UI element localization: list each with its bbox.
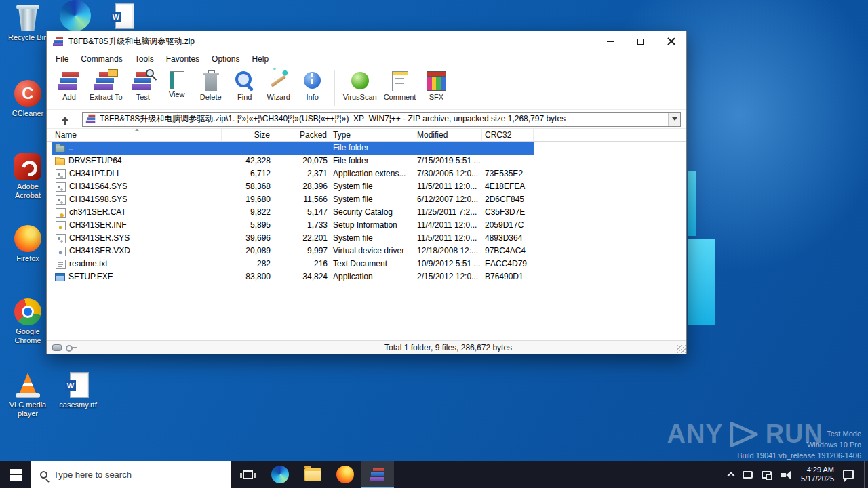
winrar-app-icon xyxy=(53,37,64,47)
tray-overflow-chevron-icon[interactable] xyxy=(727,472,734,479)
add-icon xyxy=(57,69,81,92)
file-row[interactable]: readme.txt282216Text Document10/9/2012 5… xyxy=(52,258,534,270)
inf-icon xyxy=(56,221,66,230)
file-row[interactable]: ..File folder xyxy=(52,142,534,155)
column-header-packed[interactable]: Packed xyxy=(273,129,330,141)
network-tray-icon[interactable] xyxy=(762,471,772,479)
toolbar-virusscan-button[interactable]: VirusScan xyxy=(340,68,380,101)
task-view-button[interactable] xyxy=(231,461,264,488)
menu-item-label: Options xyxy=(212,54,239,64)
file-row[interactable]: ch341SER.CAT9,8225,147Security Catalog11… xyxy=(52,206,534,219)
address-dropdown-button[interactable] xyxy=(668,113,680,126)
column-header-crc32[interactable]: CRC32 xyxy=(482,129,534,141)
show-desktop-button[interactable] xyxy=(864,461,868,488)
file-type: Application xyxy=(330,270,414,283)
desktop-icon-vlc-media-player[interactable]: VLC media player xyxy=(5,371,50,418)
toolbar-wizard-button[interactable]: Wizard xyxy=(262,68,296,101)
taskbar-clock[interactable]: 4:29 AM 5/17/2025 xyxy=(801,466,834,483)
file-packed xyxy=(273,142,330,155)
desktop-icon-adobe-acrobat[interactable]: Adobe Acrobat xyxy=(5,153,50,200)
desktop-icon-edge[interactable] xyxy=(60,0,91,31)
file-name: CH341SER.VXD xyxy=(69,245,130,258)
close-button[interactable] xyxy=(656,31,686,52)
toolbar: AddExtract ToTestViewDeleteFindWizardInf… xyxy=(47,66,686,110)
file-row[interactable]: CH341SER.SYS39,69622,201System file11/5/… xyxy=(52,232,534,245)
desktop-icon-ccleaner[interactable]: CCleaner xyxy=(5,80,50,118)
up-one-level-button[interactable] xyxy=(56,112,74,127)
wizard-icon xyxy=(267,69,291,92)
minimize-button[interactable] xyxy=(595,31,625,52)
toolbar-comment-button[interactable]: Comment xyxy=(380,68,420,101)
menu-item-help[interactable]: Help xyxy=(245,52,275,66)
volume-tray-icon[interactable] xyxy=(781,470,792,479)
column-header-size[interactable]: Size xyxy=(222,129,273,141)
toolbar-delete-button[interactable]: Delete xyxy=(194,68,228,101)
title-bar[interactable]: T8FB&T8S升级和电脑调参驱动.zip xyxy=(47,31,686,52)
maximize-button[interactable] xyxy=(625,31,656,52)
file-list-body: ..File folderDRVSETUP6442,32820,075File … xyxy=(47,142,686,283)
menu-item-options[interactable]: Options xyxy=(205,52,245,66)
menu-item-tools[interactable]: Tools xyxy=(129,52,160,66)
desktop-icon-casesmy-rtf[interactable]: casesmy.rtf xyxy=(56,371,100,409)
toolbar-sfx-button[interactable]: SFX xyxy=(419,68,453,101)
file-row[interactable]: CH341SER.INF5,8951,733Setup Information1… xyxy=(52,219,534,232)
desktop-icon-label: CCleaner xyxy=(5,109,50,118)
toolbar-info-button[interactable]: Info xyxy=(296,68,330,101)
taskbar-file-explorer-button[interactable] xyxy=(296,461,329,488)
file-packed: 9,997 xyxy=(273,245,330,258)
column-header-modified[interactable]: Modified xyxy=(414,129,482,141)
start-button[interactable] xyxy=(0,461,31,488)
action-center-icon[interactable] xyxy=(843,470,854,479)
taskbar-edge-button[interactable] xyxy=(264,461,296,488)
file-name: ch341SER.CAT xyxy=(69,206,126,219)
file-row[interactable]: CH341SER.VXD20,0899,997Virtual device dr… xyxy=(52,245,534,258)
toolbar-add-button[interactable]: Add xyxy=(52,68,86,101)
toolbar-view-button[interactable]: View xyxy=(160,68,194,98)
menu-item-label: File xyxy=(56,54,68,64)
edge-icon xyxy=(271,466,289,483)
file-size: 9,822 xyxy=(222,206,273,219)
toolbar-extract-to-button[interactable]: Extract To xyxy=(86,68,126,101)
file-name: CH341SER.SYS xyxy=(69,232,130,245)
exe-icon xyxy=(55,273,65,281)
menu-item-favorites[interactable]: Favorites xyxy=(160,52,205,66)
column-header-name[interactable]: Name xyxy=(52,129,222,141)
menu-item-commands[interactable]: Commands xyxy=(75,52,128,66)
vlc-icon xyxy=(14,371,41,399)
folder-up-icon xyxy=(55,145,65,152)
anyrun-watermark-info: Test Mode Windows 10 Pro Build 19041.vb_… xyxy=(737,428,861,461)
resize-grip[interactable] xyxy=(677,345,686,353)
address-combobox[interactable]: T8FB&T8S升级和电脑调参驱动.zip\1. ¦²»¦«+¦\CH340¦²… xyxy=(82,112,681,127)
desktop-icon-recycle-bin[interactable]: Recycle Bin xyxy=(5,4,50,42)
toolbar-find-button[interactable]: Find xyxy=(228,68,262,101)
menu-item-file[interactable]: File xyxy=(50,52,75,66)
file-name: .. xyxy=(68,142,73,155)
toolbar-button-label: View xyxy=(169,90,185,98)
column-header-type[interactable]: Type xyxy=(330,129,414,141)
file-size: 39,696 xyxy=(222,232,273,245)
vxd-icon xyxy=(56,247,66,256)
taskbar-winrar-button[interactable] xyxy=(361,461,394,488)
file-row[interactable]: DRVSETUP6442,32820,075File folder7/15/20… xyxy=(52,155,534,167)
file-size: 5,895 xyxy=(222,219,273,232)
menu-item-label: Favorites xyxy=(166,54,199,64)
desktop-icon-firefox[interactable]: Firefox xyxy=(5,225,50,263)
search-input[interactable] xyxy=(54,470,189,480)
desktop-icon-word-doc[interactable] xyxy=(110,3,137,30)
comment-icon xyxy=(388,69,412,92)
file-row[interactable]: CH341S98.SYS19,68011,566System file6/12/… xyxy=(52,193,534,206)
taskbar-firefox-button[interactable] xyxy=(329,461,361,488)
desktop-icon-google-chrome[interactable]: Google Chrome xyxy=(5,298,50,345)
file-row[interactable]: SETUP.EXE83,80034,824Application2/15/201… xyxy=(52,270,534,283)
disk-icon xyxy=(52,344,62,351)
column-header-label: Modified xyxy=(417,130,448,140)
file-row[interactable]: CH341S64.SYS58,36828,396System file11/5/… xyxy=(52,180,534,193)
address-text: T8FB&T8S升级和电脑调参驱动.zip\1. ¦²»¦«+¦\CH340¦²… xyxy=(100,113,668,125)
file-type: System file xyxy=(330,193,414,206)
taskbar-search[interactable] xyxy=(31,461,231,488)
toolbar-test-button[interactable]: Test xyxy=(126,68,160,101)
info-icon xyxy=(300,69,325,92)
extract-icon xyxy=(94,69,118,92)
file-row[interactable]: CH341PT.DLL6,7122,371Application extens.… xyxy=(52,167,534,180)
display-tray-icon[interactable] xyxy=(743,471,753,479)
